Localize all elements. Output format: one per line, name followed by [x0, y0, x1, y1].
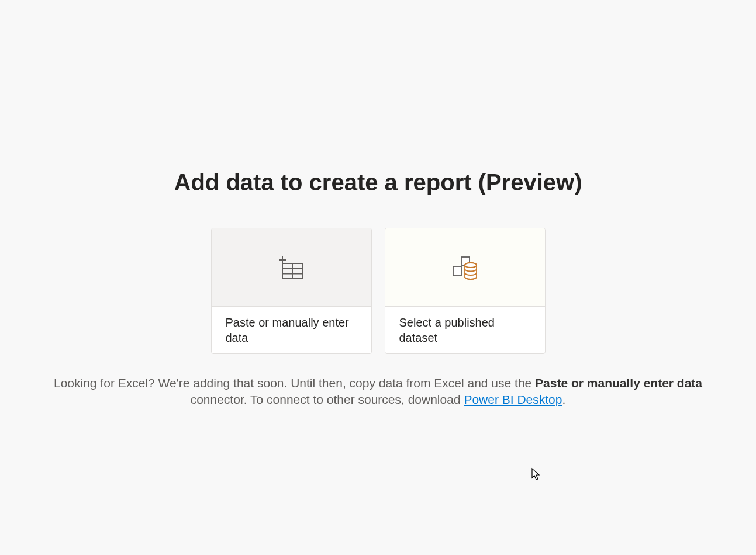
- svg-rect-7: [453, 266, 461, 276]
- cursor-icon: [531, 467, 541, 481]
- select-dataset-label: Select a published dataset: [385, 307, 545, 353]
- select-dataset-card[interactable]: Select a published dataset: [385, 228, 546, 354]
- add-data-panel: Add data to create a report (Preview): [0, 169, 756, 408]
- helper-post: .: [562, 393, 565, 406]
- data-source-cards: Paste or manually enter data: [211, 228, 546, 354]
- page-title: Add data to create a report (Preview): [174, 169, 582, 196]
- dataset-icon: [450, 252, 480, 283]
- select-dataset-icon-area: [385, 228, 545, 307]
- power-bi-desktop-link[interactable]: Power BI Desktop: [464, 393, 562, 406]
- table-plus-icon: [277, 254, 305, 282]
- helper-bold: Paste or manually enter data: [535, 376, 702, 390]
- helper-pre: Looking for Excel? We're adding that soo…: [54, 376, 535, 390]
- helper-text: Looking for Excel? We're adding that soo…: [16, 375, 741, 408]
- helper-mid: connector. To connect to other sources, …: [191, 393, 464, 406]
- paste-enter-icon-area: [212, 228, 371, 307]
- svg-point-9: [465, 263, 477, 268]
- paste-enter-label: Paste or manually enter data: [212, 307, 371, 353]
- paste-enter-data-card[interactable]: Paste or manually enter data: [211, 228, 372, 354]
